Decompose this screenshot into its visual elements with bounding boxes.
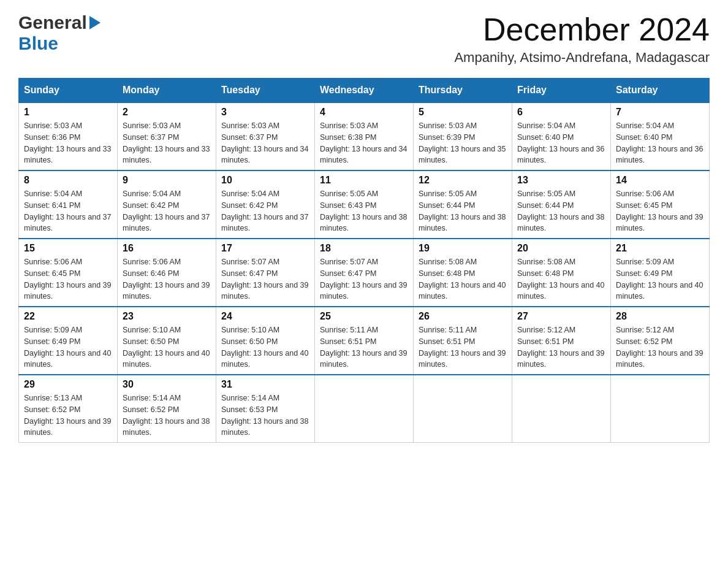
day-info: Sunrise: 5:08 AM Sunset: 6:48 PM Dayligh… [517,256,605,302]
logo-general-text: General [18,12,87,33]
calendar-cell: 3 Sunrise: 5:03 AM Sunset: 6:37 PM Dayli… [216,102,315,170]
calendar-cell [611,375,710,443]
calendar-header-tuesday: Tuesday [216,79,315,103]
day-number: 22 [24,311,112,322]
calendar-cell: 8 Sunrise: 5:04 AM Sunset: 6:41 PM Dayli… [19,170,118,239]
day-number: 4 [320,107,408,118]
day-number: 17 [221,243,309,254]
day-number: 11 [320,175,408,186]
calendar-cell [512,375,611,443]
day-info: Sunrise: 5:12 AM Sunset: 6:52 PM Dayligh… [616,324,704,370]
day-info: Sunrise: 5:10 AM Sunset: 6:50 PM Dayligh… [123,324,211,370]
day-info: Sunrise: 5:04 AM Sunset: 6:41 PM Dayligh… [24,188,112,234]
calendar-cell: 22 Sunrise: 5:09 AM Sunset: 6:49 PM Dayl… [19,307,118,375]
calendar-cell: 24 Sunrise: 5:10 AM Sunset: 6:50 PM Dayl… [216,307,315,375]
calendar-cell: 21 Sunrise: 5:09 AM Sunset: 6:49 PM Dayl… [611,239,710,307]
day-number: 23 [123,311,211,322]
calendar-cell: 6 Sunrise: 5:04 AM Sunset: 6:40 PM Dayli… [512,102,611,170]
day-number: 31 [221,379,309,390]
calendar-cell: 17 Sunrise: 5:07 AM Sunset: 6:47 PM Dayl… [216,239,315,307]
day-info: Sunrise: 5:06 AM Sunset: 6:46 PM Dayligh… [123,256,211,302]
day-number: 9 [123,175,211,186]
calendar-cell: 19 Sunrise: 5:08 AM Sunset: 6:48 PM Dayl… [414,239,512,307]
calendar-cell: 5 Sunrise: 5:03 AM Sunset: 6:39 PM Dayli… [414,102,512,170]
calendar-header-row: SundayMondayTuesdayWednesdayThursdayFrid… [19,79,710,103]
day-number: 12 [419,175,507,186]
calendar-cell: 13 Sunrise: 5:05 AM Sunset: 6:44 PM Dayl… [512,170,611,239]
calendar-cell: 23 Sunrise: 5:10 AM Sunset: 6:50 PM Dayl… [118,307,216,375]
day-number: 6 [517,107,605,118]
svg-marker-0 [89,16,100,29]
day-info: Sunrise: 5:11 AM Sunset: 6:51 PM Dayligh… [320,324,408,370]
day-info: Sunrise: 5:14 AM Sunset: 6:52 PM Dayligh… [123,393,211,439]
day-number: 24 [221,311,309,322]
day-number: 29 [24,379,112,390]
title-section: December 2024 Ampanihy, Atsimo-Andrefana… [454,12,710,66]
day-number: 21 [616,243,704,254]
day-info: Sunrise: 5:05 AM Sunset: 6:44 PM Dayligh… [419,188,507,234]
day-info: Sunrise: 5:03 AM Sunset: 6:39 PM Dayligh… [419,120,507,166]
calendar-header-sunday: Sunday [19,79,118,103]
day-number: 2 [123,107,211,118]
day-info: Sunrise: 5:03 AM Sunset: 6:36 PM Dayligh… [24,120,112,166]
calendar-cell: 9 Sunrise: 5:04 AM Sunset: 6:42 PM Dayli… [118,170,216,239]
day-number: 14 [616,175,704,186]
day-number: 18 [320,243,408,254]
day-info: Sunrise: 5:10 AM Sunset: 6:50 PM Dayligh… [221,324,309,370]
day-info: Sunrise: 5:04 AM Sunset: 6:40 PM Dayligh… [517,120,605,166]
calendar-cell: 18 Sunrise: 5:07 AM Sunset: 6:47 PM Dayl… [315,239,414,307]
day-number: 19 [419,243,507,254]
calendar-header-monday: Monday [118,79,216,103]
day-number: 8 [24,175,112,186]
month-title: December 2024 [454,12,710,47]
day-info: Sunrise: 5:09 AM Sunset: 6:49 PM Dayligh… [616,256,704,302]
day-info: Sunrise: 5:11 AM Sunset: 6:51 PM Dayligh… [419,324,507,370]
calendar-cell: 16 Sunrise: 5:06 AM Sunset: 6:46 PM Dayl… [118,239,216,307]
day-number: 13 [517,175,605,186]
day-number: 10 [221,175,309,186]
calendar-cell: 10 Sunrise: 5:04 AM Sunset: 6:42 PM Dayl… [216,170,315,239]
calendar-cell [315,375,414,443]
calendar-week-row-3: 15 Sunrise: 5:06 AM Sunset: 6:45 PM Dayl… [19,239,710,307]
logo-triangle-icon [89,16,100,32]
logo: General Blue [18,12,100,54]
day-number: 30 [123,379,211,390]
calendar-header-friday: Friday [512,79,611,103]
day-info: Sunrise: 5:04 AM Sunset: 6:42 PM Dayligh… [221,188,309,234]
day-number: 16 [123,243,211,254]
day-info: Sunrise: 5:05 AM Sunset: 6:44 PM Dayligh… [517,188,605,234]
calendar-cell: 25 Sunrise: 5:11 AM Sunset: 6:51 PM Dayl… [315,307,414,375]
day-number: 20 [517,243,605,254]
calendar-cell: 15 Sunrise: 5:06 AM Sunset: 6:45 PM Dayl… [19,239,118,307]
calendar-cell: 1 Sunrise: 5:03 AM Sunset: 6:36 PM Dayli… [19,102,118,170]
day-info: Sunrise: 5:06 AM Sunset: 6:45 PM Dayligh… [24,256,112,302]
calendar-cell: 7 Sunrise: 5:04 AM Sunset: 6:40 PM Dayli… [611,102,710,170]
calendar-cell: 2 Sunrise: 5:03 AM Sunset: 6:37 PM Dayli… [118,102,216,170]
day-info: Sunrise: 5:04 AM Sunset: 6:40 PM Dayligh… [616,120,704,166]
day-info: Sunrise: 5:07 AM Sunset: 6:47 PM Dayligh… [221,256,309,302]
day-info: Sunrise: 5:03 AM Sunset: 6:38 PM Dayligh… [320,120,408,166]
day-info: Sunrise: 5:08 AM Sunset: 6:48 PM Dayligh… [419,256,507,302]
location-title: Ampanihy, Atsimo-Andrefana, Madagascar [454,50,710,66]
calendar-cell: 4 Sunrise: 5:03 AM Sunset: 6:38 PM Dayli… [315,102,414,170]
page-header: General Blue December 2024 Ampanihy, Ats… [18,12,710,66]
calendar-week-row-1: 1 Sunrise: 5:03 AM Sunset: 6:36 PM Dayli… [19,102,710,170]
day-info: Sunrise: 5:03 AM Sunset: 6:37 PM Dayligh… [123,120,211,166]
calendar-header-saturday: Saturday [611,79,710,103]
day-number: 15 [24,243,112,254]
day-info: Sunrise: 5:05 AM Sunset: 6:43 PM Dayligh… [320,188,408,234]
day-info: Sunrise: 5:12 AM Sunset: 6:51 PM Dayligh… [517,324,605,370]
calendar-cell: 20 Sunrise: 5:08 AM Sunset: 6:48 PM Dayl… [512,239,611,307]
calendar-week-row-5: 29 Sunrise: 5:13 AM Sunset: 6:52 PM Dayl… [19,375,710,443]
calendar-cell: 27 Sunrise: 5:12 AM Sunset: 6:51 PM Dayl… [512,307,611,375]
calendar-cell: 26 Sunrise: 5:11 AM Sunset: 6:51 PM Dayl… [414,307,512,375]
calendar-cell: 11 Sunrise: 5:05 AM Sunset: 6:43 PM Dayl… [315,170,414,239]
day-info: Sunrise: 5:13 AM Sunset: 6:52 PM Dayligh… [24,393,112,439]
day-number: 1 [24,107,112,118]
day-number: 3 [221,107,309,118]
calendar-cell: 28 Sunrise: 5:12 AM Sunset: 6:52 PM Dayl… [611,307,710,375]
calendar-cell [414,375,512,443]
day-number: 5 [419,107,507,118]
day-info: Sunrise: 5:04 AM Sunset: 6:42 PM Dayligh… [123,188,211,234]
day-number: 27 [517,311,605,322]
